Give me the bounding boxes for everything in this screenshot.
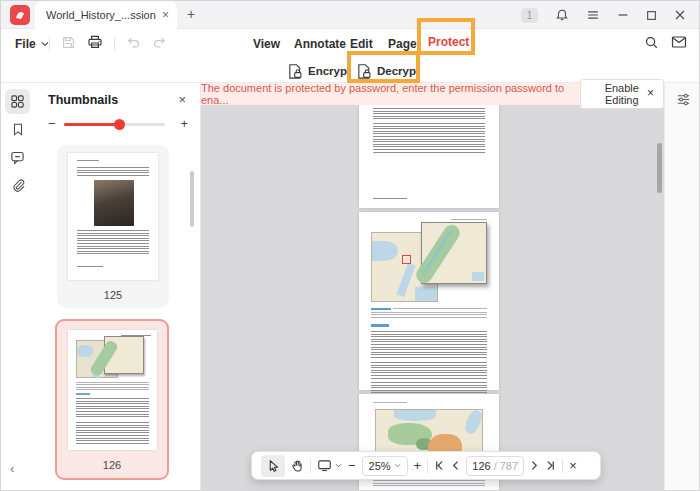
- slider-handle[interactable]: [114, 119, 125, 130]
- page-separator: /: [494, 460, 497, 472]
- zoom-level-dropdown[interactable]: 25%: [362, 456, 408, 476]
- menu-bar: File View Annotate Edit Page: [1, 29, 699, 59]
- slider-minus-button[interactable]: −: [48, 116, 56, 131]
- tab-view-label: View: [253, 37, 280, 51]
- map-highlight-box: [402, 255, 411, 264]
- thumbnail-image-125: [68, 153, 158, 280]
- tab-title: World_History_...ssion password: [46, 9, 158, 21]
- tab-protect[interactable]: Protect: [428, 29, 469, 59]
- zoom-out-button[interactable]: −: [348, 455, 356, 477]
- page-viewport[interactable]: [201, 105, 664, 491]
- first-page-button[interactable]: [434, 455, 445, 477]
- page-number-input[interactable]: 126 / 787: [466, 456, 524, 476]
- divider: [310, 459, 311, 473]
- thumbnail-zoom-slider: − +: [34, 116, 200, 132]
- notification-count-badge[interactable]: 1: [521, 8, 538, 23]
- tab-protect-label: Protect: [428, 35, 469, 49]
- thumbnails-panel-icon[interactable]: [5, 89, 30, 114]
- new-tab-button[interactable]: +: [182, 6, 200, 24]
- decrypt-unlock-icon: [356, 63, 372, 80]
- thumbnail-image-126: [68, 330, 157, 450]
- right-panel: [664, 83, 700, 491]
- collapse-sidebar-button[interactable]: ‹: [10, 461, 14, 476]
- tab-edit-label: Edit: [350, 37, 373, 51]
- warning-close-icon[interactable]: ×: [647, 86, 654, 100]
- tab-close-icon[interactable]: ×: [162, 8, 169, 22]
- minimize-button[interactable]: [617, 9, 629, 21]
- zoom-in-button[interactable]: +: [414, 455, 422, 477]
- encrypt-button[interactable]: Encrypt: [287, 59, 351, 83]
- slider-fill: [64, 123, 119, 126]
- undo-button[interactable]: [126, 35, 141, 53]
- decrypt-button[interactable]: Decrypt: [356, 59, 420, 83]
- hand-tool-button[interactable]: [291, 455, 304, 477]
- next-page-button[interactable]: [530, 455, 539, 477]
- save-button[interactable]: [61, 35, 76, 54]
- maximize-button[interactable]: [646, 10, 657, 21]
- pdf-page-126: [359, 212, 499, 390]
- document-scrollbar[interactable]: [657, 143, 662, 193]
- file-menu-label: File: [15, 37, 36, 51]
- chevron-down-icon: [335, 463, 342, 468]
- mail-icon[interactable]: [671, 35, 687, 53]
- left-icon-strip: ‹: [1, 83, 34, 491]
- bookmarks-panel-icon[interactable]: [5, 117, 30, 142]
- hamburger-menu-icon[interactable]: [586, 8, 600, 22]
- thumbnail-label: 125: [57, 289, 169, 301]
- divider: [562, 459, 563, 473]
- thumbnails-panel: Thumbnails × − + 12: [34, 83, 201, 491]
- attachments-panel-icon[interactable]: [5, 173, 30, 198]
- thumbnails-close-icon[interactable]: ×: [178, 92, 186, 107]
- app-window: World_History_...ssion password × + 1: [0, 0, 700, 491]
- app-logo-icon: [10, 5, 30, 25]
- document-view: The document is protected by password, e…: [201, 83, 664, 491]
- redo-button[interactable]: [152, 35, 167, 53]
- previous-page-button[interactable]: [451, 455, 460, 477]
- toolbar-close-button[interactable]: ×: [569, 455, 577, 477]
- annotations-panel-icon[interactable]: [5, 145, 30, 170]
- thumbnails-panel-title: Thumbnails: [48, 93, 118, 107]
- pdf-page-125: [359, 105, 499, 208]
- encrypt-label: Encrypt: [308, 65, 351, 77]
- chevron-down-icon: [41, 41, 49, 47]
- divider: [427, 459, 428, 473]
- tab-page[interactable]: Page: [388, 29, 417, 59]
- thumbnail-page-125[interactable]: 125: [57, 145, 169, 308]
- slider-track[interactable]: [64, 123, 165, 126]
- tab-annotate[interactable]: Annotate: [294, 29, 346, 59]
- tab-view[interactable]: View: [253, 29, 280, 59]
- slider-plus-button[interactable]: +: [180, 116, 188, 131]
- divider: [49, 37, 50, 51]
- total-pages-value: 787: [500, 460, 518, 472]
- decrypt-label: Decrypt: [377, 65, 420, 77]
- current-page-value: 126: [472, 460, 490, 472]
- tab-edit[interactable]: Edit: [350, 29, 373, 59]
- bottom-toolbar: − 25% + 126 / 787 ×: [251, 451, 601, 480]
- zoom-level-value: 25%: [369, 460, 391, 472]
- tab-annotate-label: Annotate: [294, 37, 346, 51]
- stele-photo: [94, 180, 134, 226]
- thumbnail-label: 126: [57, 459, 167, 471]
- search-icon[interactable]: [644, 35, 659, 54]
- section-heading: [371, 324, 389, 327]
- divider: [114, 37, 115, 51]
- file-menu-button[interactable]: File: [15, 29, 49, 59]
- active-tab-underline: [440, 51, 458, 54]
- tab-page-label: Page: [388, 37, 417, 51]
- thumbnail-page-126-selected[interactable]: 126: [55, 319, 169, 480]
- print-button[interactable]: [87, 34, 103, 54]
- page-display-mode-button[interactable]: [317, 455, 342, 477]
- window-close-button[interactable]: [674, 9, 686, 21]
- password-warning-bar: The document is protected by password, e…: [201, 83, 664, 105]
- thumbnail-panel-scrollbar[interactable]: [190, 171, 194, 227]
- tab-bar: World_History_...ssion password × + 1: [1, 1, 699, 29]
- map-inset-mesopotamia: [421, 222, 487, 284]
- select-tool-button[interactable]: [261, 455, 285, 477]
- document-tab[interactable]: World_History_...ssion password ×: [35, 1, 177, 29]
- last-page-button[interactable]: [545, 455, 556, 477]
- encrypt-lock-icon: [287, 63, 303, 80]
- view-settings-icon[interactable]: [675, 91, 692, 112]
- chevron-down-icon: [394, 463, 401, 468]
- warning-message: The document is protected by password, e…: [201, 82, 570, 106]
- bell-icon[interactable]: [555, 8, 569, 22]
